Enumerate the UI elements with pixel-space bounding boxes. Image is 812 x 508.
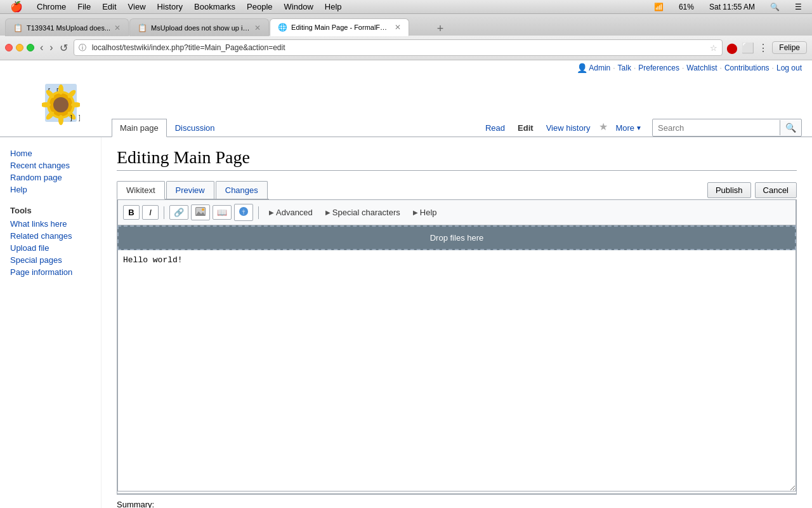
lock-icon: ⓘ [79,43,86,53]
admin-link[interactable]: Admin [589,64,610,72]
wiki-nav-tabs: Main page Discussion Read Edit View hist… [112,117,802,137]
account-button[interactable]: Felipe [772,41,807,54]
watchlist-star-icon[interactable]: ★ [596,117,610,137]
more-label: More [615,123,634,133]
forward-button[interactable]: › [48,42,55,54]
book-button[interactable]: 📖 [213,205,232,220]
drop-zone[interactable]: Drop files here [117,225,796,250]
sidebar-item-help[interactable]: Help [10,184,101,196]
sidebar-item-recent-changes[interactable]: Recent changes [10,159,101,171]
book-icon: 📖 [217,208,227,217]
sidebar-item-special-pages[interactable]: Special pages [10,254,101,266]
toolbar-sep-2 [258,206,259,219]
wiki-header-nav: [ [ ] ] [0,74,812,137]
browser-tab-3[interactable]: 🌐 Editing Main Page - FormalFor... ✕ [270,18,409,36]
search-input[interactable] [653,121,780,135]
menu-view[interactable]: View [123,2,151,11]
menu-help[interactable]: Help [320,2,347,11]
image-icon [195,208,206,218]
menubar-right: 📶 61% Sat 11:55 AM 🔍 ☰ [649,3,807,11]
wiki-logo[interactable]: [ [ ] ] [10,74,112,137]
image-button[interactable] [191,204,210,220]
tab-changes[interactable]: Changes [216,181,268,199]
more-menu[interactable]: More ▼ [610,119,647,137]
browser-tab-4[interactable] [410,18,430,36]
help-menu-button[interactable]: ▶ Help [408,206,442,219]
action-read[interactable]: Read [479,119,511,137]
menu-chrome[interactable]: Chrome [32,2,71,11]
special-chars-arrow-icon: ▶ [325,209,331,216]
tab-1-close[interactable]: ✕ [114,23,121,32]
tab-2-icon: 📋 [138,23,147,32]
new-tab-button[interactable]: + [433,22,447,36]
menu-file[interactable]: File [72,2,96,11]
tab-preview[interactable]: Preview [166,181,214,199]
talk-link[interactable]: Talk [618,64,631,72]
svg-text:] ]: ] ] [69,114,80,122]
menu-icon[interactable]: ☰ [790,3,807,11]
sidebar-item-what-links-here[interactable]: What links here [10,218,101,230]
wiki-page-body: Home Recent changes Random page Help Too… [0,137,812,508]
preferences-link[interactable]: Preferences [638,64,679,72]
apple-menu[interactable]: 🍎 [5,1,28,13]
tab-1-title: T139341 MsUpload does... [27,24,110,32]
link-icon: 🔗 [174,208,184,217]
tab-wikitext[interactable]: Wikitext [117,181,165,199]
wiki-logo-image: [ [ ] ] [42,81,80,130]
toolbar-sep-1 [164,206,164,219]
address-bar-wrapper: ⓘ ☆ [74,39,723,56]
bookmark-star-icon[interactable]: ☆ [710,43,717,53]
close-window-button[interactable] [5,44,13,51]
menu-edit[interactable]: Edit [97,2,121,11]
browser-toolbar: ‹ › ↺ ⓘ ☆ ⬤ ⬜ ⋮ Felipe [0,36,812,60]
action-view-history[interactable]: View history [540,119,597,137]
mac-menubar: 🍎 Chrome File Edit View History Bookmark… [0,0,812,14]
ref-button[interactable]: † [234,204,253,221]
tab-2-close[interactable]: ✕ [254,23,261,32]
bold-button[interactable]: B [123,205,140,220]
minimize-window-button[interactable] [16,44,23,51]
link-button[interactable]: 🔗 [169,205,188,220]
wifi-icon: 📶 [649,3,669,11]
advanced-label: Advanced [276,208,313,217]
address-input[interactable] [74,39,723,56]
advanced-menu-button[interactable]: ▶ Advanced [264,206,318,219]
advanced-arrow-icon: ▶ [269,209,274,216]
sidebar-item-home[interactable]: Home [10,147,101,159]
sidebar-item-page-information[interactable]: Page information [10,266,101,278]
tab-discussion[interactable]: Discussion [167,119,223,137]
tab-main-page[interactable]: Main page [112,119,167,137]
summary-area: Summary: [117,494,797,508]
back-button[interactable]: ‹ [38,42,45,54]
search-icon[interactable]: 🔍 [765,3,785,11]
publish-button[interactable]: Publish [707,182,751,198]
menu-dots-icon[interactable]: ⋮ [758,42,768,54]
search-submit-button[interactable]: 🔍 [780,120,801,135]
browser-tab-2[interactable]: 📋 MsUpload does not show up in... ✕ [129,18,269,36]
svg-text:†: † [242,208,246,215]
sidebar-item-upload-file[interactable]: Upload file [10,242,101,254]
tab-1-icon: 📋 [13,23,23,32]
ref-icon: † [239,209,249,218]
cancel-button[interactable]: Cancel [755,182,797,198]
action-edit[interactable]: Edit [511,119,540,137]
watchlist-link[interactable]: Watchlist [686,64,717,72]
tab-3-icon: 🌐 [278,23,287,32]
logout-link[interactable]: Log out [776,64,802,72]
special-chars-menu-button[interactable]: ▶ Special characters [320,206,405,219]
contributions-link[interactable]: Contributions [724,64,769,72]
wiki-header: 👤 Admin · Talk · Preferences · Watchlist… [0,60,812,137]
menu-bookmarks[interactable]: Bookmarks [189,2,240,11]
menu-window[interactable]: Window [279,2,318,11]
sidebar-item-random-page[interactable]: Random page [10,171,101,184]
italic-button[interactable]: I [142,205,159,220]
battery-status: 61% [674,3,699,11]
menu-history[interactable]: History [152,2,188,11]
reload-button[interactable]: ↺ [58,42,70,54]
browser-tab-1[interactable]: 📋 T139341 MsUpload does... ✕ [5,18,129,36]
menu-people[interactable]: People [242,2,277,11]
tab-3-close[interactable]: ✕ [395,23,401,32]
editor-textarea[interactable]: Hello world! [117,250,796,491]
sidebar-item-related-changes[interactable]: Related changes [10,230,101,242]
maximize-window-button[interactable] [27,44,34,51]
